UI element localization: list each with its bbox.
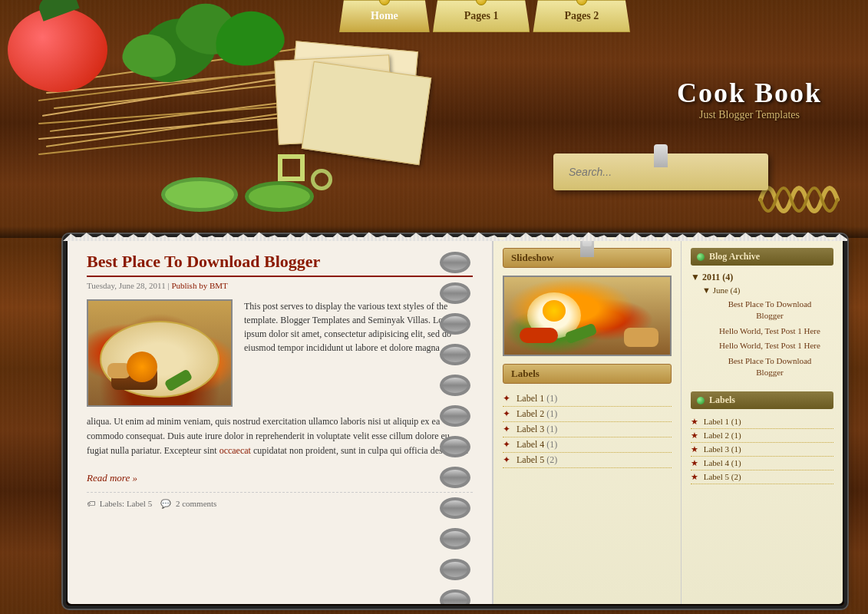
comment-icon: 💬: [160, 499, 171, 509]
label-count: (1): [546, 439, 557, 450]
basil-decoration: [115, 4, 253, 127]
post-image: [87, 299, 233, 407]
list-item[interactable]: ✦ Label 3 (1): [503, 422, 672, 437]
list-item[interactable]: ★ Label 3 (1): [691, 443, 833, 457]
post-content-row: This post serves to display the various …: [87, 299, 473, 407]
label-name: Label 4 (1): [704, 458, 741, 467]
post-footer: 🏷 Labels: Label 5 💬 2 comments: [87, 492, 473, 509]
star-icon: ★: [691, 431, 698, 440]
label-count: (1): [546, 424, 557, 434]
search-area: [553, 154, 768, 190]
search-input[interactable]: [569, 166, 691, 178]
nav-pin-home: [379, 0, 390, 5]
labels-list: ✦ Label 1 (1) ✦ Label 2 (1) ✦ Label 3 (1…: [503, 391, 672, 468]
label-bullet-icon: ✦: [503, 424, 510, 434]
archive-link-2[interactable]: Hello World, Test Post 1 Here: [691, 324, 833, 338]
archive-year: ▼ 2011 (4): [691, 272, 833, 283]
navigation: Home Pages 1 Pages 2: [338, 0, 632, 32]
label-count: (1): [546, 393, 557, 404]
site-title-area: Cook Book Just Blogger Templates: [677, 77, 822, 121]
label-name: Label 2 (1): [704, 431, 741, 440]
tomato-decoration: [8, 8, 107, 92]
archive-month: ▼ June (4): [691, 286, 833, 295]
label-bullet-icon: ✦: [503, 439, 510, 450]
label-bullet-icon: ✦: [503, 393, 510, 404]
triangle-icon: ▼: [702, 286, 711, 295]
list-item[interactable]: ✦ Label 4 (1): [503, 437, 672, 453]
onion-rings-decoration: [276, 153, 334, 192]
blog-archive-title: Blog Archive: [691, 248, 833, 266]
middle-inner: Slideshow Labels ✦ L: [493, 236, 681, 480]
star-icon: ★: [691, 417, 698, 426]
archive-link-1[interactable]: Best Place To DownloadBlogger: [691, 297, 833, 324]
label-name: Label 1: [517, 393, 544, 404]
food-decoration: [0, 0, 437, 238]
labels-title: Labels: [503, 364, 672, 384]
star-icon: ★: [691, 444, 698, 454]
list-item[interactable]: ★ Label 2 (1): [691, 429, 833, 443]
post-body-part3: cupidatat non proident, sunt in culpa qu…: [253, 445, 468, 456]
list-item[interactable]: ★ Label 1 (1): [691, 415, 833, 429]
post-title[interactable]: Best Place To Download Blogger: [87, 252, 473, 277]
right-labels-title: Labels: [691, 391, 833, 409]
content-middle: Slideshow Labels ✦ L: [493, 236, 682, 604]
label-name: Label 5: [517, 454, 544, 465]
archive-dot-icon: [697, 253, 705, 261]
label-name: Label 5 (2): [704, 472, 741, 481]
nav-pin-pages1: [476, 0, 487, 5]
right-inner: Blog Archive ▼ 2011 (4) ▼ June (4) Best …: [682, 236, 843, 507]
archive-link-3[interactable]: Hello World, Test Post 1 Here: [691, 338, 833, 353]
header: Home Pages 1 Pages 2 Cook Book Just Blog…: [0, 0, 868, 238]
content-left: Best Place To Download Blogger Tuesday, …: [68, 236, 493, 604]
nav-item-home[interactable]: Home: [339, 0, 430, 32]
list-item[interactable]: ★ Label 5 (2): [691, 470, 833, 484]
list-item[interactable]: ✦ Label 1 (1): [503, 391, 672, 407]
triangle-icon: ▼: [691, 272, 700, 282]
search-note-paper: [553, 154, 768, 190]
nav-label-home: Home: [371, 10, 398, 21]
nav-label-pages1: Pages 1: [464, 10, 499, 21]
list-item[interactable]: ✦ Label 2 (1): [503, 407, 672, 422]
nav-label-pages2: Pages 2: [564, 10, 599, 21]
right-labels-list: ★ Label 1 (1) ★ Label 2 (1) ★ Label 3 (1…: [691, 415, 833, 484]
right-labels-label: Labels: [709, 394, 735, 406]
label-name: Label 1 (1): [704, 417, 741, 426]
post-body-link[interactable]: occaecat: [219, 445, 251, 456]
star-icon: ★: [691, 472, 698, 481]
content-right: Blog Archive ▼ 2011 (4) ▼ June (4) Best …: [682, 236, 843, 604]
nav-pin-pages2: [576, 0, 587, 5]
label-count: (2): [546, 454, 557, 465]
archive-link-4[interactable]: Best Place To DownloadBlogger: [691, 354, 833, 381]
nav-item-pages2[interactable]: Pages 2: [533, 0, 630, 32]
post-author[interactable]: Publish by BMT: [171, 281, 227, 290]
label-name: Label 4: [517, 439, 544, 450]
nav-item-pages1[interactable]: Pages 1: [433, 0, 530, 32]
slideshow-widget: Slideshow: [503, 248, 672, 356]
read-more-link[interactable]: Read more »: [87, 472, 137, 484]
label-name: Label 3 (1): [704, 444, 741, 454]
post-text-full: aliqua. Ut enim ad minim veniam, quis no…: [87, 414, 473, 459]
post-date: Tuesday, June 28, 2011: [87, 281, 166, 290]
label-name: Label 2: [517, 408, 544, 419]
star-icon: ★: [691, 458, 698, 467]
label-bullet-icon: ✦: [503, 408, 510, 419]
site-subtitle: Just Blogger Templates: [677, 109, 822, 121]
labels-widget: Labels ✦ Label 1 (1) ✦ Label 2 (1) ✦ Lab: [503, 364, 672, 468]
label-count: (1): [546, 408, 557, 419]
site-title: Cook Book: [677, 77, 822, 109]
post-comments: 2 comments: [176, 499, 216, 508]
notebook: Best Place To Download Blogger Tuesday, …: [65, 234, 845, 606]
label-name: Label 3: [517, 424, 544, 434]
post-text-first: This post serves to display the various …: [244, 299, 473, 407]
post-read-more-area: Read more »: [87, 470, 473, 484]
blog-archive-section: Blog Archive ▼ 2011 (4) ▼ June (4) Best …: [691, 248, 833, 380]
blog-post: Best Place To Download Blogger Tuesday, …: [87, 252, 473, 509]
list-item[interactable]: ★ Label 4 (1): [691, 457, 833, 470]
slideshow-image: [503, 276, 672, 356]
tag-icon: 🏷: [87, 499, 95, 508]
labels-dot-icon: [697, 397, 705, 404]
list-item[interactable]: ✦ Label 5 (2): [503, 453, 672, 468]
post-labels: Labels: Label 5: [100, 499, 152, 508]
label-bullet-icon: ✦: [503, 454, 510, 465]
note-clip: [654, 144, 668, 167]
